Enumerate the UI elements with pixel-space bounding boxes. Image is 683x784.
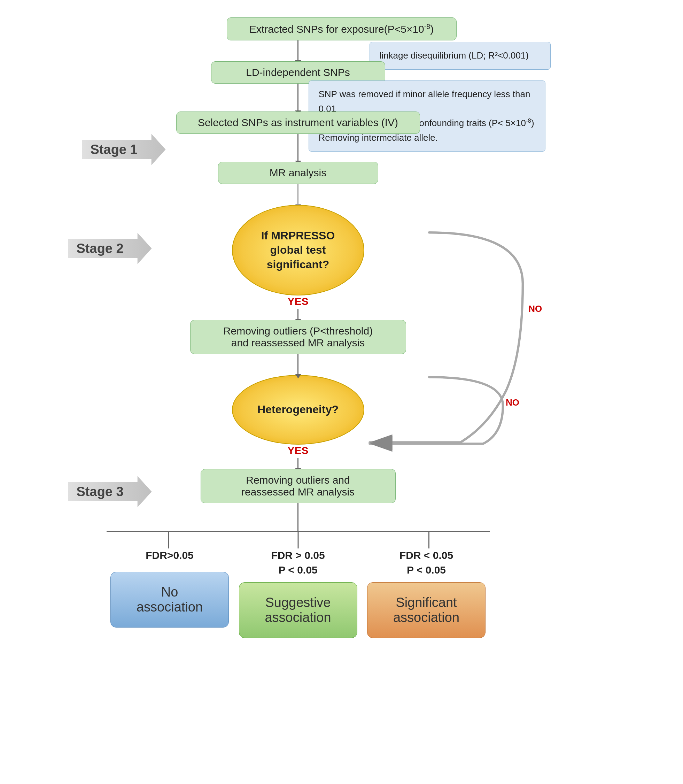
connector-4 [297,184,298,205]
col2: FDR > 0.05 P < 0.05 Suggestiveassociatio… [235,549,361,638]
ld-filter-label: linkage disequilibrium (LD; R²<0.001) [380,50,529,61]
stage2-arrow: Stage 2 [68,233,152,264]
connector-2 [297,84,298,111]
col1-fdr-label: FDR>0.05 [146,549,194,561]
significant-association-box: Significantassociation [367,582,486,638]
mr-analysis-box: MR analysis [218,162,378,184]
connector-1 [297,40,298,61]
stage3-arrow: Stage 3 [68,476,152,507]
connector-8 [297,503,298,531]
connector-6 [297,354,298,375]
removing-outliers-2-label: Removing outliers andreassessed MR analy… [241,474,354,498]
col3: FDR < 0.05 P < 0.05 Significantassociati… [363,549,490,638]
split-left [168,531,169,548]
suggestive-association-box: Suggestiveassociation [239,582,358,638]
connector-7 [297,458,298,469]
split-right [428,531,430,548]
connector-3 [297,134,298,162]
extracted-snps-box: Extracted SNPs for exposure(P<5×10-8) [227,18,457,40]
selected-snps-label: Selected SNPs as instrument variables (I… [198,117,398,128]
split-center [297,531,298,548]
stage1-arrow: Stage 1 [82,134,166,165]
heterogeneity-label: Heterogeneity? [257,402,338,417]
selected-snps-box: Selected SNPs as instrument variables (I… [176,111,420,134]
yes-label-2: YES [287,445,308,456]
ld-independent-label: LD-independent SNPs [246,67,350,78]
connector-5 [297,309,298,320]
mrpresso-ellipse: If MRPRESSOglobal testsignificant? [232,205,364,296]
col1: FDR>0.05 Noassociation [107,549,233,628]
col2-fdr-label: FDR > 0.05 [271,549,325,561]
col3-fdr-label: FDR < 0.05 [399,549,453,561]
svg-text:NO: NO [528,304,542,314]
bottom-section: FDR>0.05 Noassociation FDR > 0.05 P < 0.… [107,531,490,638]
removing-outliers-1-label: Removing outliers (P<threshold)and reass… [223,325,373,349]
suggestive-association-label: Suggestiveassociation [265,595,331,625]
significant-association-label: Significantassociation [393,595,459,625]
removing-outliers-1-box: Removing outliers (P<threshold)and reass… [190,320,406,354]
yes-label-1: YES [287,296,308,307]
stage1-label: Stage 1 [91,142,138,157]
mr-analysis-label: MR analysis [269,167,326,178]
mrpresso-label: If MRPRESSOglobal testsignificant? [258,225,338,276]
stage2-label: Stage 2 [77,241,123,256]
col3-p-label: P < 0.05 [407,564,446,576]
extracted-snps-label: Extracted SNPs for exposure(P<5×10-8) [249,23,434,35]
no-association-label: Noassociation [136,585,203,615]
heterogeneity-ellipse: Heterogeneity? [232,375,364,445]
no-association-box: Noassociation [111,572,229,628]
stage3-label: Stage 3 [77,484,123,499]
flowchart: NO NO Extracted SNPs for exposure(P<5×10… [0,0,683,638]
removing-outliers-2-box: Removing outliers andreassessed MR analy… [200,469,396,503]
col2-p-label: P < 0.05 [278,564,317,576]
